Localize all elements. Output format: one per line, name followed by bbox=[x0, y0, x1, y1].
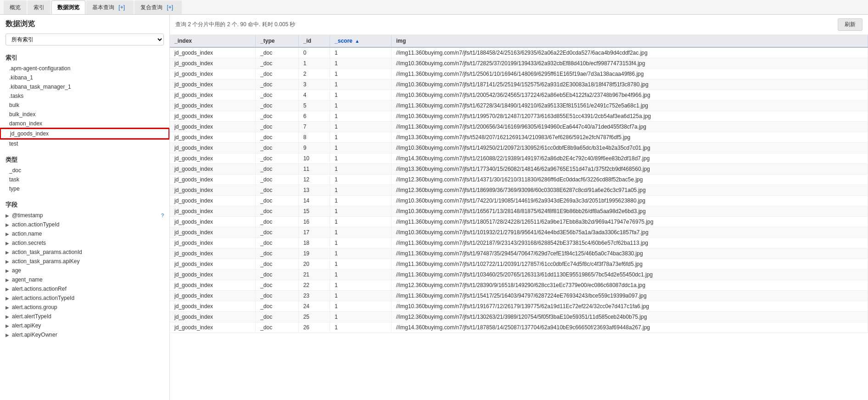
table-row[interactable]: jd_goods_index_doc201//img11.360buyimg.c… bbox=[170, 259, 868, 270]
table-row[interactable]: jd_goods_index_doc181//img11.360buyimg.c… bbox=[170, 238, 868, 248]
cell-score: 1 bbox=[330, 90, 392, 101]
col-id[interactable]: _id bbox=[298, 35, 330, 47]
cell-type: _doc bbox=[256, 206, 298, 217]
table-row[interactable]: jd_goods_index_doc191//img11.360buyimg.c… bbox=[170, 248, 868, 259]
cell-type: _doc bbox=[256, 185, 298, 196]
basic-query-add[interactable]: [+] bbox=[116, 2, 128, 12]
cell-img: //img10.360buyimg.com/n7/jfs/t1/74220/1/… bbox=[391, 196, 868, 206]
tab-complex-query[interactable]: 复合查询 [+] bbox=[134, 0, 182, 14]
index-section-title: 索引 bbox=[0, 52, 169, 64]
field-alert-action-ref[interactable]: ▶ alert.actions.actionRef bbox=[0, 284, 169, 293]
table-row[interactable]: jd_goods_index_doc91//img10.360buyimg.co… bbox=[170, 143, 868, 153]
table-row[interactable]: jd_goods_index_doc161//img11.360buyimg.c… bbox=[170, 217, 868, 227]
field-arrow: ▶ bbox=[6, 287, 10, 292]
field-arrow: ▶ bbox=[6, 241, 10, 246]
sidebar-item-kibana1[interactable]: .kibana_1 bbox=[0, 73, 169, 82]
table-row[interactable]: jd_goods_index_doc21//img11.360buyimg.co… bbox=[170, 69, 868, 79]
cell-img: //img10.360buyimg.com/n7/jfs/t1/191677/1… bbox=[391, 301, 868, 312]
table-row[interactable]: jd_goods_index_doc211//img11.360buyimg.c… bbox=[170, 270, 868, 280]
table-row[interactable]: jd_goods_index_doc151//img10.360buyimg.c… bbox=[170, 206, 868, 217]
table-row[interactable]: jd_goods_index_doc111//img13.360buyimg.c… bbox=[170, 164, 868, 175]
table-row[interactable]: jd_goods_index_doc231//img11.360buyimg.c… bbox=[170, 291, 868, 301]
cell-score: 1 bbox=[330, 143, 392, 153]
cell-type: _doc bbox=[256, 248, 298, 259]
sidebar-title: 数据浏览 bbox=[0, 15, 169, 32]
table-row[interactable]: jd_goods_index_doc131//img12.360buyimg.c… bbox=[170, 185, 868, 196]
table-row[interactable]: jd_goods_index_doc31//img10.360buyimg.co… bbox=[170, 79, 868, 90]
tab-data-browse[interactable]: 数据浏览 bbox=[51, 0, 85, 14]
field-action-type-id[interactable]: ▶ action.actionTypeId bbox=[0, 220, 169, 229]
table-row[interactable]: jd_goods_index_doc01//img11.360buyimg.co… bbox=[170, 47, 868, 58]
field-alert-api-key-owner[interactable]: ▶ alert.apiKeyOwner bbox=[0, 330, 169, 339]
cell-score: 1 bbox=[330, 301, 392, 312]
cell-score: 1 bbox=[330, 227, 392, 238]
table-row[interactable]: jd_goods_index_doc171//img10.360buyimg.c… bbox=[170, 227, 868, 238]
tab-basic-query[interactable]: 基本查询 [+] bbox=[86, 0, 134, 14]
sidebar-item-apm[interactable]: .apm-agent-configuration bbox=[0, 64, 169, 73]
field-alert-action-type-id[interactable]: ▶ alert.actions.actionTypeId bbox=[0, 293, 169, 303]
cell-img: //img11.360buyimg.com/n7/jfs/t1/188458/2… bbox=[391, 47, 868, 58]
sidebar-item-test[interactable]: test bbox=[0, 139, 169, 148]
field-action-task-action-id[interactable]: ▶ action_task_params.actionId bbox=[0, 248, 169, 257]
sidebar-item-damon[interactable]: damon_index bbox=[0, 119, 169, 128]
sidebar-item-kibana-task[interactable]: .kibana_task_manager_1 bbox=[0, 82, 169, 91]
index-select[interactable]: 所有索引 bbox=[6, 34, 164, 45]
fields-section-title: 字段 bbox=[0, 199, 169, 211]
cell-index: jd_goods_index bbox=[170, 90, 256, 101]
table-row[interactable]: jd_goods_index_doc41//img10.360buyimg.co… bbox=[170, 90, 868, 101]
col-score[interactable]: _score ▲ bbox=[330, 35, 392, 47]
sidebar-item-doc[interactable]: _doc bbox=[0, 166, 169, 175]
content: 查询 2 个分片中用的 2 个. 90 命中. 耗时 0.005 秒 刷新 _i… bbox=[170, 15, 868, 400]
table-row[interactable]: jd_goods_index_doc61//img10.360buyimg.co… bbox=[170, 111, 868, 122]
tab-index[interactable]: 索引 bbox=[28, 0, 50, 14]
refresh-button[interactable]: 刷新 bbox=[838, 18, 862, 31]
cell-img: //img13.360buyimg.com/n7/jfs/t5248/207/1… bbox=[391, 132, 868, 143]
complex-query-add[interactable]: [+] bbox=[164, 2, 176, 12]
cell-id: 6 bbox=[298, 111, 330, 122]
col-index[interactable]: _index bbox=[170, 35, 256, 47]
table-row[interactable]: jd_goods_index_doc81//img13.360buyimg.co… bbox=[170, 132, 868, 143]
sidebar-item-tasks[interactable]: .tasks bbox=[0, 91, 169, 101]
query-info: 查询 2 个分片中用的 2 个. 90 命中. 耗时 0.005 秒 bbox=[175, 21, 295, 28]
field-alert-actions-group[interactable]: ▶ alert.actions.group bbox=[0, 303, 169, 312]
field-action-task-api-key[interactable]: ▶ action_task_params.apiKey bbox=[0, 257, 169, 266]
field-action-secrets[interactable]: ▶ action.secrets bbox=[0, 238, 169, 248]
table-row[interactable]: jd_goods_index_doc121//img12.360buyimg.c… bbox=[170, 175, 868, 185]
field-arrow: ▶ bbox=[6, 259, 10, 264]
field-timestamp[interactable]: ▶ @timestamp ? bbox=[0, 211, 169, 220]
cell-type: _doc bbox=[256, 164, 298, 175]
table-row[interactable]: jd_goods_index_doc71//img11.360buyimg.co… bbox=[170, 122, 868, 132]
table-row[interactable]: jd_goods_index_doc251//img12.360buyimg.c… bbox=[170, 312, 868, 322]
cell-score: 1 bbox=[330, 79, 392, 90]
cell-id: 23 bbox=[298, 291, 330, 301]
cell-type: _doc bbox=[256, 153, 298, 164]
field-alert-api-key[interactable]: ▶ alert.apiKey bbox=[0, 321, 169, 330]
table-row[interactable]: jd_goods_index_doc51//img11.360buyimg.co… bbox=[170, 101, 868, 111]
table-row[interactable]: jd_goods_index_doc11//img10.360buyimg.co… bbox=[170, 58, 868, 69]
col-type[interactable]: _type bbox=[256, 35, 298, 47]
table-row[interactable]: jd_goods_index_doc241//img10.360buyimg.c… bbox=[170, 301, 868, 312]
field-arrow: ▶ bbox=[6, 222, 10, 227]
table-row[interactable]: jd_goods_index_doc101//img14.360buyimg.c… bbox=[170, 153, 868, 164]
cell-score: 1 bbox=[330, 270, 392, 280]
field-arrow: ▶ bbox=[6, 296, 10, 301]
cell-score: 1 bbox=[330, 291, 392, 301]
field-agent-name[interactable]: ▶ agent_name bbox=[0, 275, 169, 284]
cell-type: _doc bbox=[256, 227, 298, 238]
tab-overview[interactable]: 概览 bbox=[4, 0, 27, 14]
table-row[interactable]: jd_goods_index_doc261//img14.360buyimg.c… bbox=[170, 322, 868, 333]
field-age[interactable]: ▶ age bbox=[0, 266, 169, 275]
col-img[interactable]: img bbox=[391, 35, 868, 47]
cell-index: jd_goods_index bbox=[170, 291, 256, 301]
cell-img: //img10.360buyimg.com/n7/jfs/t1/199570/2… bbox=[391, 111, 868, 122]
table-row[interactable]: jd_goods_index_doc221//img12.360buyimg.c… bbox=[170, 280, 868, 291]
table-row[interactable]: jd_goods_index_doc141//img10.360buyimg.c… bbox=[170, 196, 868, 206]
sidebar-item-bulk-index[interactable]: bulk_index bbox=[0, 110, 169, 119]
field-action-name[interactable]: ▶ action.name bbox=[0, 229, 169, 238]
sidebar-item-bulk[interactable]: bulk bbox=[0, 101, 169, 110]
field-alert-type-id[interactable]: ▶ alert.alertTypeId bbox=[0, 312, 169, 321]
cell-id: 24 bbox=[298, 301, 330, 312]
sidebar-item-jd-goods[interactable]: jd_goods_index bbox=[0, 128, 169, 139]
sidebar-item-type[interactable]: type bbox=[0, 184, 169, 193]
sidebar-item-task[interactable]: task bbox=[0, 175, 169, 184]
